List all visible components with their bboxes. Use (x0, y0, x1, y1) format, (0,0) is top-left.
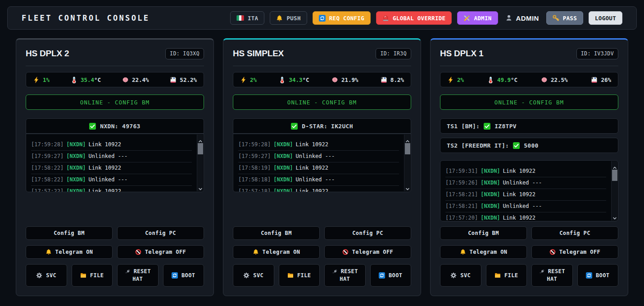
memory-value: 22.5% (551, 76, 568, 83)
bolt-icon (447, 76, 454, 83)
reset-hat-button[interactable]: RESET HAT (324, 264, 366, 287)
telegram-off-button[interactable]: Telegram OFF (117, 245, 204, 259)
config-pc-label: Config PC (145, 230, 176, 236)
boot-button[interactable]: BOOT (163, 264, 204, 287)
temperature-value: 49.9 (497, 76, 511, 83)
language-label: ITA (248, 15, 258, 22)
memory-stat: 21.9% (331, 76, 358, 83)
push-button[interactable]: PUSH (270, 11, 307, 25)
config-pc-button[interactable]: Config PC (324, 226, 411, 240)
boot-button[interactable]: BOOT (370, 264, 412, 287)
file-button[interactable]: FILE (279, 264, 320, 287)
mode-row-ts2: TS2 [FREEDMR IT]: 5000 (440, 138, 618, 153)
config-pc-button[interactable]: Config PC (117, 226, 204, 240)
telegram-on-button[interactable]: Telegram ON (233, 245, 320, 259)
language-button[interactable]: ITA (230, 11, 264, 25)
telegram-off-button[interactable]: Telegram OFF (324, 245, 411, 259)
pass-button[interactable]: PASS (546, 11, 583, 25)
log-tag: [NXDN] (66, 188, 86, 192)
event-log[interactable]: [17:59:31][NXDN]Link 10922 [17:59:26][NX… (440, 160, 618, 221)
log-row: [17:59:27][NXDN]Unlinked --- (238, 151, 399, 162)
card-header: HS SIMPLEX ID: IR3Q (233, 47, 411, 60)
global-override-button[interactable]: GLOBAL OVERRIDE (376, 11, 452, 25)
svc-button[interactable]: SVC (440, 264, 481, 287)
scroll-up-icon[interactable] (198, 137, 203, 141)
logout-button[interactable]: LOGOUT (589, 11, 622, 25)
reset-hat-button[interactable]: RESET HAT (117, 264, 159, 287)
thermometer-icon (71, 76, 77, 83)
no-entry-icon (342, 249, 349, 255)
mode-label: NXDN: (100, 123, 118, 130)
scrollbar[interactable] (404, 135, 410, 191)
scrollbar-thumb[interactable] (405, 143, 410, 154)
device-card-hs-dplx-1: HS DPLX 1 ID: IV3JDV 2% 49.9°C 22.5% 26%… (430, 38, 628, 296)
device-card-hs-simplex: HS SIMPLEX ID: IR3Q 2% 34.3°C 21.9% 8.2%… (223, 38, 421, 296)
reset-hat-label-line1: RESET (548, 268, 565, 275)
log-tag: [NXDN] (273, 153, 293, 159)
config-bm-button[interactable]: Config BM (233, 226, 320, 240)
log-time: [17:58:19] (238, 165, 271, 171)
req-config-button[interactable]: REQ CONFIG (313, 11, 371, 25)
reset-hat-label-line1: RESET (341, 268, 358, 275)
card-actions: Config BM Config PC Telegram ON Telegram… (440, 226, 618, 287)
temperature-unit: °C (303, 76, 309, 83)
scroll-down-icon[interactable] (198, 184, 203, 189)
scrollbar[interactable] (611, 161, 617, 220)
bell-icon (253, 249, 259, 255)
event-log[interactable]: [17:59:28][NXDN]Link 10922 [17:59:27][NX… (26, 134, 204, 192)
config-bm-button[interactable]: Config BM (440, 226, 527, 240)
config-pc-button[interactable]: Config PC (531, 226, 618, 240)
folder-icon (494, 272, 501, 279)
device-card-hs-dplx-2: HS DPLX 2 ID: IQ3XQ 1% 35.4°C 22.4% 52.2… (16, 38, 214, 296)
log-message: Link 10922 (296, 141, 328, 148)
log-time: [17:58:22] (31, 176, 63, 183)
bolt-icon (33, 76, 40, 83)
scroll-down-icon[interactable] (612, 214, 617, 218)
mode-section: NXDN: 49763 [17:59:28][NXDN]Link 10922 [… (26, 118, 204, 192)
telegram-on-label: Telegram ON (263, 249, 300, 255)
temperature-unit: °C (94, 76, 101, 83)
bolt-icon (240, 76, 247, 83)
log-row: [17:57:20][NXDN]Link 10922 (445, 212, 606, 221)
status-banner: ONLINE - CONFIG BM (440, 94, 618, 110)
scrollbar-thumb[interactable] (198, 143, 203, 154)
telegram-on-button[interactable]: Telegram ON (26, 245, 113, 259)
scroll-up-icon[interactable] (405, 137, 410, 141)
file-button[interactable]: FILE (72, 264, 113, 287)
log-time: [17:58:21] (445, 203, 478, 209)
telegram-on-label: Telegram ON (55, 249, 93, 255)
log-row: [17:58:22][NXDN]Unlinked --- (31, 174, 192, 186)
svc-button[interactable]: SVC (26, 264, 67, 287)
config-bm-button[interactable]: Config BM (26, 226, 113, 240)
log-tag: [NXDN] (66, 153, 86, 159)
log-row: [17:58:19][NXDN]Link 10922 (238, 162, 399, 174)
scroll-down-icon[interactable] (405, 184, 410, 189)
svc-button[interactable]: SVC (233, 264, 274, 287)
divider (440, 66, 618, 66)
scrollbar[interactable] (197, 135, 203, 191)
plug-icon (125, 269, 131, 274)
log-tag: [NXDN] (481, 191, 500, 198)
file-button[interactable]: FILE (486, 264, 527, 287)
disk-value: 8.2% (390, 76, 404, 83)
gear-icon (450, 272, 457, 279)
status-banner: ONLINE - CONFIG BM (233, 94, 411, 110)
config-bm-label: Config BM (261, 230, 292, 236)
telegram-on-button[interactable]: Telegram ON (440, 245, 527, 259)
floppy-disk-icon (381, 76, 387, 83)
mode-label: D-STAR: (302, 123, 327, 130)
device-id-badge: ID: IR3Q (376, 48, 411, 59)
boot-button[interactable]: BOOT (577, 264, 619, 287)
log-tag: [NXDN] (66, 165, 86, 171)
push-label: PUSH (286, 15, 300, 22)
scroll-up-icon[interactable] (612, 163, 617, 168)
admin-button[interactable]: ADMIN (457, 11, 498, 25)
scrollbar-thumb[interactable] (612, 170, 617, 181)
svc-label: SVC (253, 272, 263, 279)
event-log[interactable]: [17:59:28][NXDN]Link 10922 [17:59:27][NX… (233, 134, 411, 192)
temperature-value: 34.3 (289, 76, 302, 83)
check-icon (89, 123, 96, 130)
boot-label: BOOT (389, 272, 403, 279)
telegram-off-button[interactable]: Telegram OFF (531, 245, 618, 259)
reset-hat-button[interactable]: RESET HAT (531, 264, 573, 287)
